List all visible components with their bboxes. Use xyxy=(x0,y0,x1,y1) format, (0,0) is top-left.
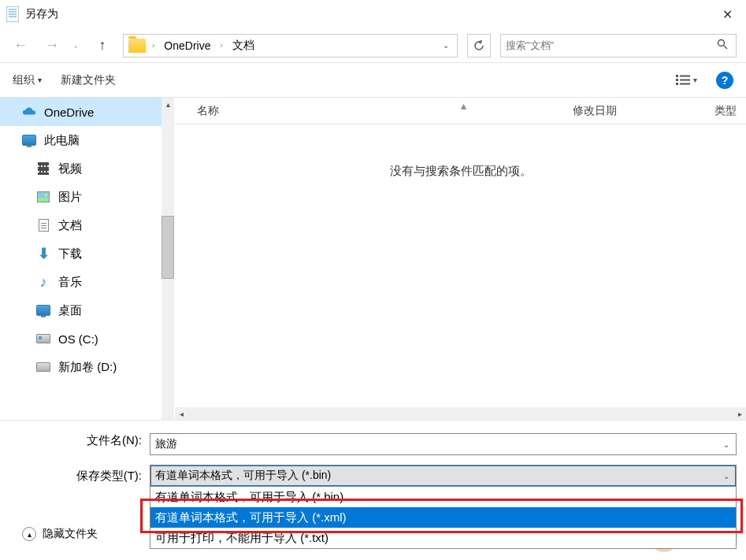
organize-button[interactable]: 组织 ▾ xyxy=(13,73,42,87)
monitor-icon xyxy=(36,303,50,317)
svg-line-6 xyxy=(724,46,727,49)
filetype-option-0[interactable]: 有道单词本格式，可用于导入 (*.bin) xyxy=(150,487,736,507)
tree-label: OS (C:) xyxy=(58,332,98,346)
monitor-icon xyxy=(22,133,36,147)
scroll-left-button[interactable]: ◂ xyxy=(175,407,187,420)
cloud-icon xyxy=(22,105,36,119)
tree-label: 图片 xyxy=(58,190,82,205)
folder-icon xyxy=(128,39,146,53)
chevron-right-icon: › xyxy=(149,41,158,50)
empty-message: 没有与搜索条件匹配的项。 xyxy=(175,164,746,179)
tree-item-3[interactable]: 图片 xyxy=(0,183,174,211)
file-list-area: ▴ 名称 修改日期 类型 没有与搜索条件匹配的项。 ◂ ▸ xyxy=(175,98,746,420)
close-button[interactable]: ✕ xyxy=(714,2,740,27)
film-icon xyxy=(36,161,50,176)
disk-c-icon xyxy=(36,332,50,346)
svg-rect-9 xyxy=(676,83,678,85)
tree-item-9[interactable]: 新加卷 (D:) xyxy=(0,353,174,381)
doc-icon xyxy=(36,218,50,232)
search-box[interactable] xyxy=(500,34,737,57)
filetype-dropdown-button[interactable]: ⌄ xyxy=(718,465,734,486)
filename-label: 文件名(N): xyxy=(9,433,142,448)
path-segment-documents[interactable]: 文档 xyxy=(229,37,258,54)
filetype-value: 有道单词本格式，可用于导入 (*.bin) xyxy=(155,469,331,483)
tree-item-0[interactable]: OneDrive xyxy=(0,98,174,126)
tree-item-4[interactable]: 文档 xyxy=(0,211,174,239)
nav-history-dropdown[interactable]: ⌄ xyxy=(72,41,82,50)
refresh-button[interactable] xyxy=(467,34,491,57)
tree-label: 新加卷 (D:) xyxy=(58,360,117,375)
tree-label: 视频 xyxy=(58,161,82,176)
filename-value: 旅游 xyxy=(155,437,177,451)
window-title: 另存为 xyxy=(25,7,714,21)
hide-folders-button[interactable]: ▴ 隐藏文件夹 xyxy=(22,527,98,541)
sidebar-tree: ▴ OneDrive此电脑视频图片文档⬇下载♪音乐桌面OS (C:)新加卷 (D… xyxy=(0,98,175,420)
list-header: ▴ 名称 修改日期 类型 xyxy=(175,98,746,124)
new-folder-label: 新建文件夹 xyxy=(61,73,116,87)
scroll-up-button[interactable]: ▴ xyxy=(161,98,174,110)
tree-label: OneDrive xyxy=(44,106,94,119)
address-bar[interactable]: › OneDrive › 文档 ⌄ xyxy=(123,34,458,57)
tree-item-7[interactable]: 桌面 xyxy=(0,296,174,325)
tree-label: 音乐 xyxy=(58,275,82,290)
filename-dropdown-button[interactable]: ⌄ xyxy=(718,434,734,454)
tree-item-1[interactable]: 此电脑 xyxy=(0,126,174,154)
tree-item-5[interactable]: ⬇下载 xyxy=(0,239,174,268)
tree-item-2[interactable]: 视频 xyxy=(0,154,174,183)
filetype-select[interactable]: 有道单词本格式，可用于导入 (*.bin) ⌄ xyxy=(150,465,737,487)
filename-input[interactable]: 旅游 ⌄ xyxy=(150,433,737,455)
download-icon: ⬇ xyxy=(36,247,50,261)
filetype-option-2[interactable]: 可用于打印，不能用于导入 (*.txt) xyxy=(150,528,736,548)
path-segment-onedrive[interactable]: OneDrive xyxy=(161,38,213,54)
tree-label: 此电脑 xyxy=(44,133,80,148)
chevron-up-icon: ▴ xyxy=(22,527,36,541)
tree-label: 文档 xyxy=(58,218,82,233)
svg-rect-8 xyxy=(676,79,678,81)
tree-item-6[interactable]: ♪音乐 xyxy=(0,268,174,296)
scrollbar-thumb[interactable] xyxy=(161,216,174,279)
tree-label: 桌面 xyxy=(58,303,82,318)
svg-point-5 xyxy=(718,40,725,46)
filetype-option-1[interactable]: 有道单词本格式，可用于导入 (*.xml) xyxy=(150,507,736,528)
tree-item-8[interactable]: OS (C:) xyxy=(0,325,174,353)
col-header-name[interactable]: 名称 xyxy=(197,104,573,118)
filetype-dropdown-list: 有道单词本格式，可用于导入 (*.bin)有道单词本格式，可用于导入 (*.xm… xyxy=(150,486,737,549)
col-header-date[interactable]: 修改日期 xyxy=(573,104,714,118)
help-button[interactable]: ? xyxy=(716,72,733,89)
nav-forward-button: → xyxy=(41,35,63,57)
horizontal-scrollbar[interactable]: ◂ ▸ xyxy=(175,407,746,420)
nav-up-button[interactable]: ↑ xyxy=(91,35,113,57)
hide-folders-label: 隐藏文件夹 xyxy=(43,527,98,541)
pic-icon xyxy=(36,190,50,204)
tree-label: 下载 xyxy=(58,247,82,261)
disk-icon xyxy=(36,360,50,374)
scroll-right-button[interactable]: ▸ xyxy=(733,407,746,420)
search-icon[interactable] xyxy=(714,39,731,52)
search-input[interactable] xyxy=(506,39,714,51)
chevron-right-icon[interactable]: › xyxy=(217,41,225,50)
dropdown-arrow-icon: ▾ xyxy=(38,76,42,84)
dropdown-arrow-icon: ▾ xyxy=(693,76,697,84)
col-header-type[interactable]: 类型 xyxy=(714,104,746,118)
view-options-button[interactable]: ▾ xyxy=(676,75,697,86)
nav-back-button[interactable]: ← xyxy=(9,35,32,57)
music-icon: ♪ xyxy=(36,275,50,289)
filetype-label: 保存类型(T): xyxy=(9,469,142,484)
organize-label: 组织 xyxy=(13,73,35,87)
sort-indicator-icon: ▴ xyxy=(461,99,469,104)
app-icon xyxy=(6,6,19,22)
path-dropdown-button[interactable]: ⌄ xyxy=(440,41,452,50)
new-folder-button[interactable]: 新建文件夹 xyxy=(61,73,116,87)
svg-rect-7 xyxy=(676,75,678,77)
